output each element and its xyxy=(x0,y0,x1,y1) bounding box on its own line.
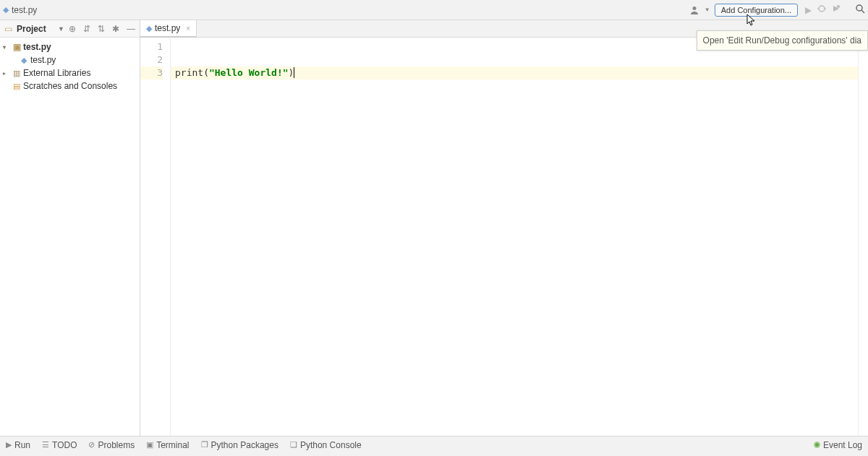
locate-icon[interactable]: ⊕ xyxy=(69,24,76,34)
code-line[interactable]: print("Hello World!") xyxy=(171,66,858,79)
console-icon: ❏ xyxy=(290,440,297,449)
tool-todo[interactable]: ☰ TODO xyxy=(42,440,77,450)
event-log-icon xyxy=(814,442,820,448)
project-dropdown-icon[interactable]: ▼ xyxy=(58,25,64,33)
tree-file-label: test.py xyxy=(30,55,56,65)
coverage-icon[interactable] xyxy=(832,4,841,15)
chevron-right-icon[interactable]: ▸ xyxy=(3,70,10,77)
code-editor[interactable]: 1 2 3 print("Hello World!") xyxy=(140,38,868,436)
line-number[interactable]: 1 xyxy=(140,40,163,53)
tool-python-console[interactable]: ❏ Python Console xyxy=(290,440,362,450)
tool-terminal[interactable]: ▣ Terminal xyxy=(146,440,189,450)
project-tool-header[interactable]: ▭ Project ▼ ⊕ ⇵ ⇅ ✱ — xyxy=(0,20,140,38)
svg-point-0 xyxy=(692,7,696,10)
marker-strip[interactable] xyxy=(858,38,868,436)
terminal-icon: ▣ xyxy=(146,440,153,449)
run-controls: ▶ xyxy=(805,4,846,15)
main-area: ▭ Project ▼ ⊕ ⇵ ⇅ ✱ — ▾ ▣ test.py ◆ test… xyxy=(0,20,868,436)
tool-packages-label: Python Packages xyxy=(211,440,278,450)
line-number[interactable]: 3 xyxy=(140,66,163,79)
folder-icon: ▣ xyxy=(12,42,22,52)
tool-console-label: Python Console xyxy=(300,440,362,450)
text-caret xyxy=(294,67,294,78)
editor-area: ◆ test.py × 1 2 3 print("Hello World!") xyxy=(140,20,868,436)
tool-problems-label: Problems xyxy=(98,440,135,450)
event-log-label: Event Log xyxy=(823,440,862,450)
tool-python-packages[interactable]: ❒ Python Packages xyxy=(201,440,278,450)
project-tree: ▾ ▣ test.py ◆ test.py ▸ ▥ External Libra… xyxy=(0,38,140,95)
chevron-down-icon[interactable]: ▾ xyxy=(3,44,10,51)
code-line[interactable] xyxy=(171,53,858,66)
line-number[interactable]: 2 xyxy=(140,53,163,66)
tree-root[interactable]: ▾ ▣ test.py xyxy=(0,40,140,53)
tree-root-label: test.py xyxy=(23,42,51,52)
tab-label: test.py xyxy=(155,23,180,33)
tree-file[interactable]: ◆ test.py xyxy=(0,53,140,66)
svg-point-4 xyxy=(837,5,840,8)
problems-icon: ⊘ xyxy=(88,440,95,449)
library-icon: ▥ xyxy=(12,69,22,78)
tool-terminal-label: Terminal xyxy=(156,440,189,450)
scratches-label: Scratches and Consoles xyxy=(23,81,117,91)
bottom-tool-bar: ▶ Run ☰ TODO ⊘ Problems ▣ Terminal ❒ Pyt… xyxy=(0,436,868,453)
settings-icon[interactable]: ✱ xyxy=(112,24,119,34)
breadcrumb-file[interactable]: test.py xyxy=(12,5,37,15)
tool-run-label: Run xyxy=(14,440,30,450)
collapse-icon[interactable]: ⇅ xyxy=(98,24,105,34)
tool-run[interactable]: ▶ Run xyxy=(6,440,30,450)
line-gutter: 1 2 3 xyxy=(140,38,171,436)
project-sidebar: ▭ Project ▼ ⊕ ⇵ ⇅ ✱ — ▾ ▣ test.py ◆ test… xyxy=(0,20,140,436)
add-configuration-button[interactable]: Add Configuration... xyxy=(715,4,798,17)
svg-point-1 xyxy=(819,6,825,12)
tool-todo-label: TODO xyxy=(52,440,77,450)
top-bar: ◆ test.py ▼ Add Configuration... ▶ xyxy=(0,0,868,20)
svg-line-6 xyxy=(861,10,864,13)
run-icon: ▶ xyxy=(6,440,12,449)
python-file-icon: ◆ xyxy=(146,24,152,33)
editor-tab-testpy[interactable]: ◆ test.py × xyxy=(140,20,197,38)
code-token-string: "Hello World!" xyxy=(209,67,289,78)
close-tab-icon[interactable]: × xyxy=(186,25,190,33)
packages-icon: ❒ xyxy=(201,440,208,449)
tool-problems[interactable]: ⊘ Problems xyxy=(88,440,135,450)
expand-icon[interactable]: ⇵ xyxy=(83,24,90,34)
python-file-icon: ◆ xyxy=(19,56,29,65)
debug-icon[interactable] xyxy=(817,4,826,15)
svg-point-5 xyxy=(856,5,862,11)
hide-icon[interactable]: — xyxy=(127,24,135,34)
scratches-icon: ▤ xyxy=(12,82,22,91)
project-view-icon: ▭ xyxy=(4,24,12,34)
user-icon[interactable] xyxy=(689,4,700,16)
tree-external-libraries[interactable]: ▸ ▥ External Libraries xyxy=(0,66,140,79)
user-dropdown-icon[interactable]: ▼ xyxy=(705,7,710,13)
python-file-icon: ◆ xyxy=(3,5,9,14)
ext-libs-label: External Libraries xyxy=(23,68,90,78)
project-toolbar: ⊕ ⇵ ⇅ ✱ — xyxy=(69,24,135,34)
project-label: Project xyxy=(17,24,52,34)
code-line[interactable] xyxy=(171,40,858,53)
code-token-fn: print xyxy=(175,67,203,78)
run-icon[interactable]: ▶ xyxy=(805,5,812,15)
tree-scratches[interactable]: ▤ Scratches and Consoles xyxy=(0,79,140,93)
toolbar-right: ▼ Add Configuration... ▶ xyxy=(689,4,865,17)
code-content[interactable]: print("Hello World!") xyxy=(171,38,858,436)
search-icon[interactable] xyxy=(855,4,865,16)
code-token-paren: ( xyxy=(203,67,209,78)
breadcrumb: ◆ test.py xyxy=(3,5,689,15)
tool-event-log[interactable]: Event Log xyxy=(814,440,862,450)
todo-icon: ☰ xyxy=(42,440,49,449)
